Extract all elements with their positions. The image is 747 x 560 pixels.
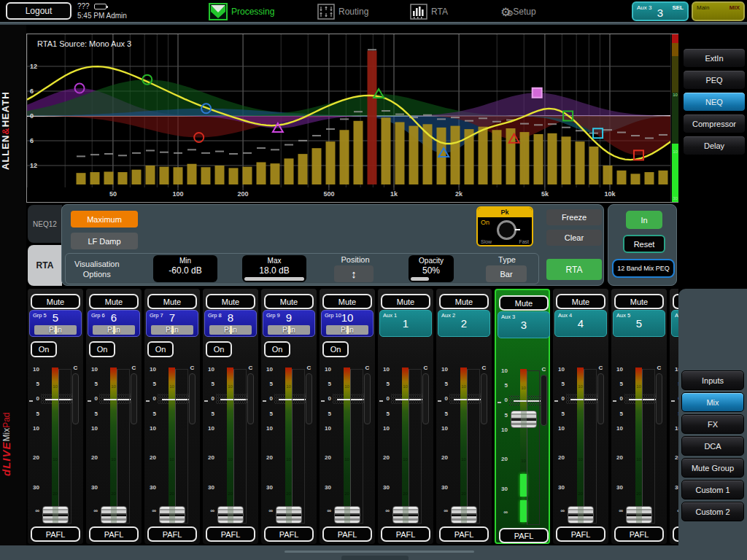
channel-label[interactable]: Grp 88Pan bbox=[204, 310, 257, 337]
band-select-button[interactable]: 12 Band Mix PEQ bbox=[612, 259, 675, 278]
channel-label[interactable]: Aux 33 bbox=[498, 311, 550, 338]
pafl-button[interactable]: PAFL bbox=[147, 526, 197, 542]
pafl-button[interactable]: PAFL bbox=[439, 526, 489, 542]
tab-routing[interactable]: Routing bbox=[317, 3, 368, 20]
on-button[interactable]: On bbox=[206, 341, 232, 357]
channel-label[interactable]: Grp 55Pan bbox=[29, 310, 82, 337]
channel-label[interactable]: Grp 99Pan bbox=[263, 310, 315, 337]
fader-cap[interactable] bbox=[276, 506, 302, 524]
selected-channel-display[interactable]: Aux 3 SEL 3 bbox=[632, 1, 689, 21]
opacity-value-box[interactable]: Opacity 50% bbox=[409, 255, 454, 282]
mute-button[interactable]: Mute bbox=[31, 294, 80, 309]
menu-delay[interactable]: Delay bbox=[683, 136, 746, 155]
fader-cap[interactable] bbox=[626, 506, 652, 524]
mute-button[interactable]: Mute bbox=[439, 294, 489, 309]
channel-label[interactable]: Aux 55 bbox=[613, 310, 665, 337]
bank-mute-group[interactable]: Mute Group bbox=[681, 458, 744, 478]
eq-reset-button[interactable]: Reset bbox=[623, 235, 665, 253]
eq-in-button[interactable]: In bbox=[626, 211, 662, 229]
pafl-button[interactable]: PAFL bbox=[322, 526, 372, 542]
pafl-button[interactable]: PAFL bbox=[31, 526, 80, 542]
min-value-box[interactable]: Min -60.0 dB bbox=[153, 255, 217, 282]
mute-button[interactable]: Mute bbox=[381, 294, 430, 309]
position-updown-button[interactable]: ↕ bbox=[334, 265, 374, 282]
pafl-button[interactable]: PAFL bbox=[499, 528, 549, 543]
pafl-button[interactable]: PAFL bbox=[556, 526, 605, 542]
menu-peq[interactable]: PEQ bbox=[683, 70, 746, 90]
pafl-button[interactable]: PAFL bbox=[89, 526, 139, 542]
channel-label[interactable]: Aux 44 bbox=[554, 310, 607, 337]
mute-button[interactable]: Mute bbox=[147, 294, 197, 309]
eq-graph-canvas[interactable]: 1260612501002005001k2k5k10kRTA1 Source: … bbox=[27, 34, 678, 202]
fader-cap[interactable] bbox=[217, 506, 244, 524]
bank-custom-2[interactable]: Custom 2 bbox=[681, 502, 744, 521]
bank-inputs[interactable]: Inputs bbox=[681, 370, 744, 390]
mute-button[interactable]: Mute bbox=[89, 294, 139, 309]
bottom-drag-tab[interactable] bbox=[341, 556, 409, 560]
pan-control[interactable]: Pan bbox=[326, 325, 368, 335]
pafl-button[interactable]: PAFL bbox=[673, 526, 678, 542]
tab-rta-panel[interactable]: RTA bbox=[28, 245, 62, 286]
max-value-box[interactable]: Max 18.0 dB bbox=[242, 255, 306, 282]
pan-control[interactable]: Pan bbox=[209, 325, 252, 335]
mix-display[interactable]: Main MIX bbox=[692, 1, 745, 21]
fader-cap[interactable] bbox=[568, 506, 594, 524]
menu-compressor[interactable]: Compressor bbox=[683, 114, 746, 133]
on-button[interactable]: On bbox=[322, 341, 349, 357]
eq-band-handle-9-square[interactable] bbox=[533, 88, 542, 98]
mute-button[interactable]: Mute bbox=[322, 294, 372, 309]
bank-custom-1[interactable]: Custom 1 bbox=[681, 480, 744, 499]
pafl-button[interactable]: PAFL bbox=[206, 526, 255, 542]
channel-label[interactable]: Aux 11 bbox=[379, 310, 432, 337]
mute-button[interactable]: Mute bbox=[556, 294, 605, 309]
clear-button[interactable]: Clear bbox=[546, 230, 602, 246]
pan-control[interactable]: Pan bbox=[268, 325, 310, 335]
fader-cap[interactable] bbox=[451, 506, 477, 524]
tab-neq12[interactable]: NEQ12 bbox=[28, 205, 62, 243]
bank-dca[interactable]: DCA bbox=[681, 436, 744, 456]
pan-control[interactable]: Pan bbox=[34, 325, 77, 335]
menu-extin[interactable]: ExtIn bbox=[683, 48, 746, 68]
channel-label[interactable]: Aux 22 bbox=[438, 310, 490, 337]
on-button[interactable]: On bbox=[264, 341, 290, 357]
channel-label[interactable]: Aux 66 bbox=[671, 310, 678, 337]
tab-setup[interactable]: ⚙⚙ Setup bbox=[500, 3, 536, 20]
pafl-button[interactable]: PAFL bbox=[614, 526, 664, 542]
opacity-slider-bar[interactable] bbox=[411, 277, 429, 281]
bank-fx[interactable]: FX bbox=[681, 414, 744, 434]
mute-button[interactable]: Mute bbox=[264, 294, 314, 309]
channel-label[interactable]: Grp 77Pan bbox=[146, 310, 198, 337]
pk-indicator[interactable]: Pk On Slow Fast bbox=[476, 206, 533, 246]
on-button[interactable]: On bbox=[147, 341, 174, 357]
pafl-button[interactable]: PAFL bbox=[264, 526, 314, 542]
tab-rta[interactable]: RTA bbox=[410, 3, 448, 20]
logout-button[interactable]: Logout bbox=[6, 2, 71, 20]
lf-damp-button[interactable]: LF Damp bbox=[71, 233, 138, 249]
pan-control[interactable]: Pan bbox=[93, 325, 135, 335]
eq-rta-graph[interactable]: 1260612501002005001k2k5k10kRTA1 Source: … bbox=[26, 34, 678, 203]
tab-processing[interactable]: Processing bbox=[209, 3, 274, 20]
channel-label[interactable]: Grp 1010Pan bbox=[321, 310, 374, 337]
rta-button[interactable]: RTA bbox=[546, 259, 602, 280]
mute-button[interactable]: Mute bbox=[499, 295, 549, 311]
fader-cap[interactable] bbox=[392, 506, 419, 524]
mute-button[interactable]: Mute bbox=[206, 294, 255, 309]
freeze-button[interactable]: Freeze bbox=[546, 209, 602, 225]
fader-cap[interactable] bbox=[42, 506, 69, 524]
mute-button[interactable]: Mute bbox=[614, 294, 664, 309]
pan-control[interactable]: Pan bbox=[151, 325, 193, 335]
channel-label[interactable]: Grp 66Pan bbox=[88, 310, 140, 337]
maximum-button[interactable]: Maximum bbox=[71, 211, 138, 228]
pk-speed-knob[interactable] bbox=[497, 220, 516, 240]
strip-scrollbar[interactable] bbox=[285, 551, 474, 553]
on-button[interactable]: On bbox=[89, 341, 115, 357]
pafl-button[interactable]: PAFL bbox=[381, 526, 430, 542]
fader-cap[interactable] bbox=[101, 506, 127, 524]
menu-neq[interactable]: NEQ bbox=[683, 92, 746, 112]
mute-button[interactable]: Mute bbox=[673, 294, 678, 309]
fader-cap[interactable] bbox=[334, 506, 360, 524]
type-bar-button[interactable]: Bar bbox=[486, 265, 527, 282]
bank-mix[interactable]: Mix bbox=[681, 392, 744, 412]
max-slider-bar[interactable] bbox=[244, 277, 304, 281]
on-button[interactable]: On bbox=[31, 341, 57, 357]
